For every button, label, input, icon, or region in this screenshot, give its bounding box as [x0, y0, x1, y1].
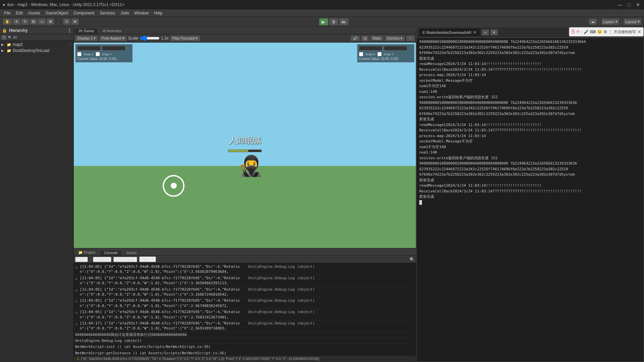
console-row[interactable]: UnityEngine.Debug:Log (object)	[75, 338, 415, 344]
layers-chevron-icon: ▾	[615, 19, 618, 24]
sogou-close-button[interactable]: ✕	[637, 29, 641, 35]
sogou-emoji-icon[interactable]: 😊	[597, 29, 602, 34]
menu-item-services[interactable]: Services	[97, 10, 118, 16]
console-text: [11:04:05] {"Id":"efa293cf-94d8-4548-b7c…	[80, 264, 246, 275]
console-row[interactable]: ⚠[11:04:17] {"Id":"efa293cf-94d8-4548-b7…	[75, 320, 415, 332]
layout-dropdown[interactable]: Layout ▾	[624, 18, 641, 25]
menu-item-jobs[interactable]: Jobs	[118, 10, 131, 16]
sogou-keyboard-icon[interactable]: ⌨	[590, 29, 596, 34]
sogou-more-icon[interactable]: ⋮	[608, 29, 612, 34]
input-tl-1[interactable]	[77, 46, 101, 51]
layers-label: Layers	[603, 20, 614, 24]
input-tr-1[interactable]	[359, 46, 382, 51]
console-row[interactable]: 6666666666666666我估计这里就没有执行过6666666666666…	[75, 332, 415, 338]
gizmos-dropdown[interactable]: Gizmos ▾	[385, 36, 405, 41]
pivot-button[interactable]: ⊙	[63, 18, 70, 25]
rect-tool-button[interactable]: ▭	[38, 18, 46, 25]
game-toolbar: Display 1 ▾ Free Aspect ▾ Scale 1.3x Pla…	[74, 34, 416, 43]
checkbox-snapy-tl[interactable]	[96, 52, 100, 56]
menu-item-assets[interactable]: Assets	[25, 10, 43, 16]
game-chinese-text: 人卸眠缄	[229, 135, 261, 146]
terminal-line: num1:148	[419, 150, 641, 156]
tree-item-map2[interactable]: ▶ 📁 map2 ⋮	[0, 42, 73, 48]
maximize-button[interactable]: □	[627, 2, 632, 7]
tab-project[interactable]: 📁 Project	[74, 249, 100, 255]
tab-console[interactable]: Console	[100, 250, 122, 255]
terminal-line: readMessage12024/3/24 11:03:14!!!!!!!!!!…	[419, 61, 641, 67]
menu-item-edit[interactable]: Edit	[13, 10, 25, 16]
checkrow-tl: Snap X Snap Y	[77, 52, 131, 56]
vsync-button[interactable]: ⊡	[361, 36, 369, 41]
cloud-button[interactable]: ☁	[589, 18, 597, 25]
terminal-line: 6f696e74223a7b2258223a302e302c2259223a30…	[419, 111, 641, 117]
error-pause-button[interactable]: Error Pause	[113, 257, 137, 262]
tab-scene[interactable]: Scene	[122, 250, 141, 255]
console-row[interactable]: ⚠[11:04:05] {"Id":"efa293cf-94d8-4548-b7…	[75, 264, 415, 275]
game-options-button[interactable]: ⋮	[406, 36, 415, 41]
tab-game[interactable]: 🎮 Game	[74, 28, 98, 34]
global-button[interactable]: ⊕	[71, 18, 79, 25]
snapy-label-tl: Snap Y	[102, 53, 112, 56]
console-search-icon[interactable]: 🔍	[410, 257, 415, 262]
checkbox-snapx-tr[interactable]	[359, 52, 363, 56]
close-button[interactable]: ✕	[635, 2, 641, 7]
console-output[interactable]: ⚠[11:04:05] {"Id":"efa293cf-94d8-4548-b7…	[74, 263, 416, 355]
transform-tool-button[interactable]: ⊠	[47, 18, 54, 25]
console-row[interactable]: ⚠[11:04:05] {"Id":"efa293cf-94d8-4548-b7…	[75, 309, 415, 320]
menu-item-gameobject[interactable]: GameObject	[43, 10, 71, 16]
scale-tool-button[interactable]: ⊞	[30, 18, 37, 25]
console-text: [11:04:05] {"Id":"efa293cf-94d8-4548-b7c…	[80, 309, 246, 320]
pause-button[interactable]: ⏸	[329, 18, 338, 25]
tab-animator[interactable]: ⚙ Animator	[98, 28, 126, 34]
input-tl-2[interactable]	[102, 46, 125, 51]
menu-item-file[interactable]: File	[1, 10, 13, 16]
terminal-add-button[interactable]: +	[482, 30, 489, 35]
stats-button[interactable]: Stats	[370, 36, 383, 41]
hierarchy-tree[interactable]: ▶ 📁 map2 ⋮ ▶ 📁 DontDestroyOnLoad	[0, 41, 73, 362]
input-tr-2[interactable]	[384, 46, 407, 51]
checkbox-snapy-tr[interactable]	[377, 52, 382, 56]
title-bar-controls[interactable]: — □ ✕	[616, 2, 641, 7]
play-focused-btn[interactable]: Play Focused ▾	[170, 36, 200, 41]
terminal-tab-1[interactable]: E:\BaiduNetdiskDownload\AR ✕	[419, 28, 480, 36]
sogou-mic-icon[interactable]: 🎤	[584, 29, 589, 34]
mute-button[interactable]: 🔊	[351, 36, 360, 41]
console-subtext: UnityEngine.Debug:Log (object)	[248, 309, 415, 314]
terminal-dropdown-button[interactable]: ▾	[491, 29, 497, 35]
terminal-line: socketModel.Message不为空	[419, 139, 641, 144]
aspect-dropdown[interactable]: Free Aspect ▾	[99, 36, 127, 41]
sogou-settings-icon[interactable]: ⚙	[603, 29, 607, 34]
menu-item-window[interactable]: Window	[132, 10, 152, 16]
menu-item-component[interactable]: Component	[71, 10, 97, 16]
scale-slider[interactable]	[140, 36, 160, 41]
editor-dropdown[interactable]: Editor ▾	[139, 256, 156, 262]
console-text: [11:04:17] {"Id":"efa293cf-94d8-4548-b7c…	[80, 321, 246, 331]
display-dropdown[interactable]: Display 1 ▾	[75, 36, 98, 41]
move-tool-button[interactable]: ✛	[13, 18, 20, 25]
terminal-tab-close[interactable]: ✕	[473, 30, 477, 35]
play-button[interactable]: ▶	[319, 18, 328, 25]
console-row[interactable]: NetWorkScript:init () (at Assets/Scripts…	[75, 344, 415, 350]
hand-tool-button[interactable]: ✋	[3, 18, 12, 25]
console-text: UnityEngine.Debug:Log (object)	[75, 338, 415, 343]
menu-item-help[interactable]: Help	[152, 10, 165, 16]
clear-button[interactable]: Clear	[75, 257, 88, 262]
tree-menu-map2[interactable]: ⋮	[69, 43, 72, 47]
console-row[interactable]: ⚠[11:04:05] {"Id":"efa293cf-94d8-4548-b7…	[75, 275, 415, 287]
hierarchy-menu-icon[interactable]: ⋮	[67, 28, 71, 33]
checkbox-snapx-tl[interactable]	[77, 52, 82, 56]
layers-dropdown[interactable]: Layers ▾	[601, 18, 619, 25]
console-subtext: UnityEngine.Debug:Log (object)	[248, 276, 415, 281]
rotate-tool-button[interactable]: ↻	[21, 18, 29, 25]
console-text: [11:04:05] {"Id":"efa293cf-94d8-4548-b7c…	[80, 276, 246, 286]
tree-item-dontdestroy[interactable]: ▶ 📁 DontDestroyOnLoad	[0, 48, 73, 54]
hierarchy-add-button[interactable]: +	[1, 35, 7, 40]
collapse-button[interactable]: Collapse	[93, 257, 111, 262]
console-row[interactable]: ⚠[11:04:05] {"Id":"efa293cf-94d8-4548-b7…	[75, 298, 415, 309]
console-row[interactable]: NetWorkScript:getInstance () (at Assets/…	[75, 350, 415, 355]
console-row[interactable]: ⚠[11:04:05] {"Id":"efa293cf-94d8-4548-b7…	[75, 287, 415, 298]
terminal-content[interactable]: 9400000001000000020000000400000084000000…	[417, 38, 644, 362]
step-button[interactable]: ⏭	[339, 18, 348, 25]
menu-bar: FileEditAssetsGameObjectComponentService…	[0, 9, 644, 17]
minimize-button[interactable]: —	[616, 2, 624, 7]
